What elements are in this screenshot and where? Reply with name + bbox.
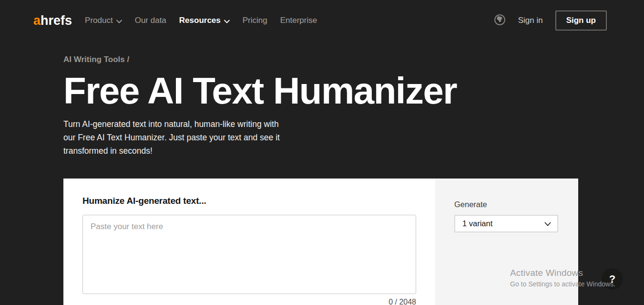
input-card: Humanize AI-generated text... 0 / 2048 (63, 179, 435, 305)
page-title: Free AI Text Humanizer (63, 72, 644, 110)
help-button[interactable]: ? (602, 268, 623, 290)
nav-item-pricing[interactable]: Pricing (243, 16, 267, 25)
nav-item-enterprise[interactable]: Enterprise (280, 16, 317, 25)
header-actions: Sign in Sign up (494, 11, 607, 31)
text-input[interactable] (82, 215, 416, 294)
chevron-down-icon (544, 220, 551, 228)
variant-select-value: 1 variant (462, 219, 492, 228)
nav-item-label: Enterprise (280, 16, 317, 25)
language-globe-button[interactable] (494, 14, 506, 28)
char-counter: 0 / 2048 (82, 298, 416, 305)
globe-icon (494, 14, 506, 28)
hero-section: AI Writing Tools / Free AI Text Humanize… (0, 41, 644, 158)
ahrefs-logo[interactable]: ahrefs (33, 13, 72, 28)
nav-item-label: Pricing (243, 16, 267, 25)
nav-item-product[interactable]: Product (85, 15, 122, 26)
top-navbar: ahrefs Product Our data Resources Pricin… (0, 0, 644, 41)
chevron-down-icon (116, 16, 122, 26)
generate-label: Generate (454, 200, 578, 209)
page-subtitle: Turn AI-generated text into natural, hum… (63, 117, 291, 158)
question-mark-icon: ? (609, 273, 615, 285)
humanizer-tool: Humanize AI-generated text... 0 / 2048 G… (63, 179, 578, 305)
variant-select[interactable]: 1 variant (454, 215, 558, 232)
nav-item-label: Our data (135, 16, 166, 25)
sign-up-button[interactable]: Sign up (555, 11, 607, 31)
logo-rest: hrefs (41, 13, 72, 28)
nav-item-resources[interactable]: Resources (179, 15, 230, 26)
tool-heading: Humanize AI-generated text... (82, 196, 416, 206)
chevron-down-icon (224, 16, 230, 26)
page: ahrefs Product Our data Resources Pricin… (0, 0, 644, 305)
options-panel: Generate 1 variant (435, 179, 578, 305)
nav-item-label: Resources (179, 16, 221, 25)
main-nav: Product Our data Resources Pricing Enter… (85, 15, 317, 26)
logo-accent-letter: a (33, 13, 41, 28)
sign-in-link[interactable]: Sign in (518, 16, 543, 25)
nav-item-label: Product (85, 16, 113, 25)
nav-item-our-data[interactable]: Our data (135, 16, 166, 25)
breadcrumb[interactable]: AI Writing Tools / (63, 55, 129, 64)
